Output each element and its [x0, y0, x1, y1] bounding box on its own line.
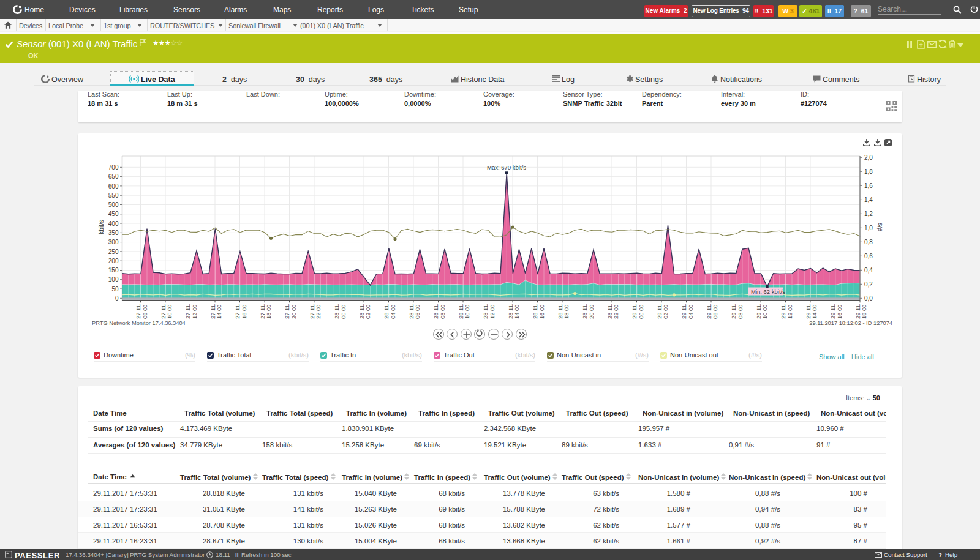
svg-text:00:00: 00:00	[638, 305, 644, 319]
svg-text:08:00: 08:00	[142, 305, 148, 319]
svg-text:0,4: 0,4	[864, 267, 873, 274]
svg-text:1,0: 1,0	[864, 225, 873, 231]
svg-text:0: 0	[115, 295, 119, 302]
svg-text:28.11.: 28.11.	[409, 304, 415, 319]
svg-text:02:00: 02:00	[365, 305, 371, 319]
svg-text:0,8: 0,8	[864, 239, 873, 245]
svg-text:27.11.: 27.11.	[135, 304, 141, 319]
svg-text:2,0: 2,0	[864, 154, 873, 161]
svg-text:14:00: 14:00	[514, 305, 520, 319]
svg-text:29.11.: 29.11.	[855, 304, 861, 319]
svg-text:08:00: 08:00	[440, 305, 446, 319]
svg-text:28.11.: 28.11.	[458, 304, 464, 319]
svg-text:10:00: 10:00	[762, 305, 768, 319]
svg-text:12:00: 12:00	[489, 305, 496, 319]
svg-text:27.11.: 27.11.	[160, 304, 167, 319]
svg-text:350: 350	[108, 230, 119, 236]
svg-text:29.11.: 29.11.	[780, 304, 786, 319]
svg-text:28.11.: 28.11.	[532, 304, 538, 319]
svg-text:28.11.: 28.11.	[607, 304, 613, 319]
svg-text:20:00: 20:00	[291, 305, 297, 319]
svg-text:06:00: 06:00	[415, 305, 421, 319]
svg-text:1,6: 1,6	[864, 182, 873, 189]
svg-text:0,2: 0,2	[864, 281, 873, 288]
svg-text:PRTG Network Monitor 17.4.36.3: PRTG Network Monitor 17.4.36.3404	[92, 320, 186, 326]
svg-text:28.11.: 28.11.	[582, 304, 588, 319]
svg-text:04:00: 04:00	[390, 305, 396, 319]
svg-text:29.11.: 29.11.	[706, 304, 712, 319]
svg-text:16:00: 16:00	[539, 305, 545, 319]
svg-text:28.11.: 28.11.	[557, 304, 564, 319]
svg-text:28.11.: 28.11.	[483, 304, 489, 319]
svg-text:600: 600	[108, 183, 119, 190]
svg-text:29.11.: 29.11.	[805, 304, 812, 319]
svg-text:500: 500	[108, 201, 119, 208]
svg-text:28.11.: 28.11.	[433, 304, 439, 319]
svg-text:29.11.: 29.11.	[756, 304, 762, 319]
svg-text:28.11.: 28.11.	[508, 304, 514, 319]
svg-text:29.11.2017 18:12:02 - ID 12707: 29.11.2017 18:12:02 - ID 127074	[809, 320, 892, 326]
svg-text:14:00: 14:00	[216, 305, 222, 319]
svg-text:550: 550	[108, 192, 119, 199]
svg-text:28.11.: 28.11.	[359, 304, 365, 319]
svg-text:27.11.: 27.11.	[235, 304, 241, 319]
svg-text:20:00: 20:00	[589, 305, 595, 319]
svg-text:18:00: 18:00	[564, 305, 570, 319]
svg-text:02:00: 02:00	[663, 305, 669, 319]
svg-text:29.11.: 29.11.	[731, 304, 737, 319]
svg-text:27.11.: 27.11.	[185, 304, 191, 319]
svg-text:Max: 670 kbit/s: Max: 670 kbit/s	[487, 164, 526, 171]
svg-text:12:00: 12:00	[787, 305, 793, 319]
svg-text:16:00: 16:00	[837, 305, 843, 319]
svg-text:18:00: 18:00	[861, 305, 867, 319]
svg-text:28.11.: 28.11.	[383, 304, 390, 319]
svg-text:08:00: 08:00	[737, 305, 744, 319]
svg-text:300: 300	[108, 239, 119, 245]
svg-text:kbit/s: kbit/s	[98, 220, 105, 234]
svg-text:450: 450	[108, 211, 119, 217]
svg-text:0,0: 0,0	[864, 295, 873, 302]
svg-text:100: 100	[108, 276, 119, 283]
svg-text:10:00: 10:00	[167, 305, 173, 319]
svg-text:06:00: 06:00	[712, 305, 718, 319]
svg-text:1,2: 1,2	[864, 211, 873, 217]
svg-text:04:00: 04:00	[688, 305, 694, 319]
svg-text:28.11.: 28.11.	[334, 304, 340, 319]
svg-text:29.11.: 29.11.	[631, 304, 638, 319]
svg-text:29.11.: 29.11.	[657, 304, 663, 319]
svg-text:200: 200	[108, 258, 119, 264]
svg-text:00:00: 00:00	[341, 305, 347, 319]
svg-text:#/s: #/s	[876, 223, 883, 231]
svg-text:1,8: 1,8	[864, 168, 873, 175]
svg-text:27.11.: 27.11.	[210, 304, 216, 319]
svg-text:16:00: 16:00	[241, 305, 247, 319]
svg-text:14:00: 14:00	[812, 305, 818, 319]
svg-text:0,6: 0,6	[864, 253, 873, 259]
svg-text:27.11.: 27.11.	[260, 304, 266, 319]
svg-text:27.11.: 27.11.	[284, 304, 290, 319]
svg-text:22:00: 22:00	[315, 305, 322, 319]
svg-text:700: 700	[108, 164, 119, 171]
svg-text:650: 650	[108, 173, 119, 180]
svg-text:10:00: 10:00	[464, 305, 470, 319]
svg-text:27.11.: 27.11.	[309, 304, 315, 319]
svg-text:150: 150	[108, 267, 119, 274]
svg-text:22:00: 22:00	[613, 305, 619, 319]
svg-text:400: 400	[108, 220, 119, 227]
svg-text:29.11.: 29.11.	[681, 304, 687, 319]
svg-text:250: 250	[108, 248, 119, 255]
svg-text:12:00: 12:00	[192, 305, 198, 319]
svg-text:29.11.: 29.11.	[830, 304, 836, 319]
svg-text:Min: 62 kbit/s: Min: 62 kbit/s	[751, 288, 785, 295]
svg-text:1,4: 1,4	[864, 196, 873, 203]
svg-text:50: 50	[111, 286, 119, 293]
svg-text:18:00: 18:00	[266, 305, 272, 319]
